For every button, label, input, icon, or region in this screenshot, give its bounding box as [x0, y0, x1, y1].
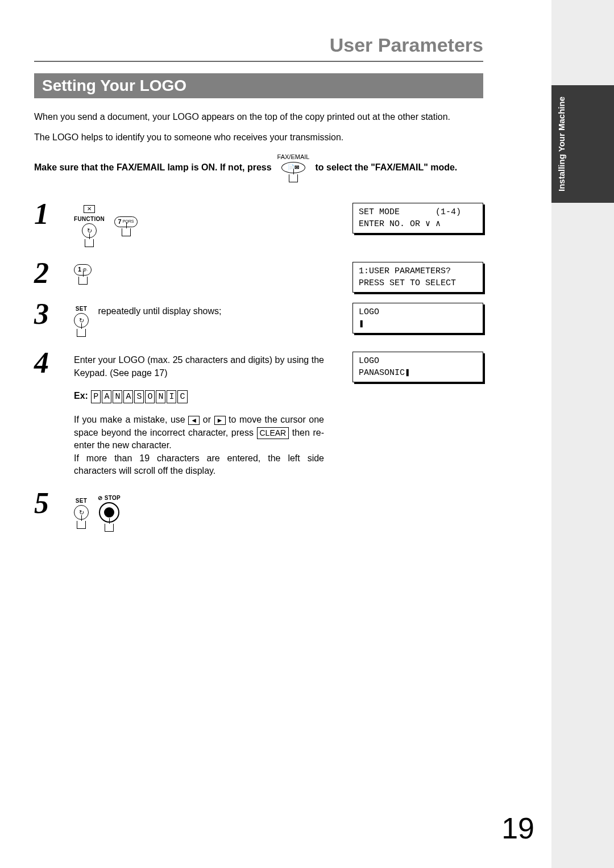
mistake-text-a: If you make a mistake, use [74, 415, 188, 424]
example-char: N [156, 390, 165, 403]
step-5: 5 SET ↻ ⊘ STOP [34, 489, 483, 532]
intro-paragraph-2: The LOGO helps to identify you to someon… [34, 131, 483, 144]
step-number: 1 [34, 199, 74, 229]
example-char: C [177, 390, 187, 403]
keypad-1-icon: 1@. [74, 264, 92, 284]
example-characters: PANASONIC [90, 391, 188, 400]
stop-button-icon: ⊘ STOP [98, 494, 121, 532]
left-arrow-icon: ◄ [188, 416, 200, 425]
example-char: A [102, 390, 111, 403]
step-1: 1 ✕ FUNCTION ↻ 7PQRS SET MODE (1-4) ENTE… [34, 199, 483, 247]
example-char: S [134, 390, 144, 403]
clear-button-label: CLEAR [257, 427, 289, 440]
page-number: 19 [501, 811, 534, 845]
lcd-display-4: LOGO PANASONIC❚ [352, 352, 483, 382]
step-number: 2 [34, 258, 74, 288]
section-heading: Setting Your LOGO [34, 73, 483, 98]
step-number: 3 [34, 299, 74, 329]
right-arrow-icon: ► [214, 416, 226, 425]
example-char: A [123, 390, 133, 403]
lcd-display-1: SET MODE (1-4) ENTER NO. OR ∨ ∧ [352, 203, 483, 233]
lcd-display-2: 1:USER PARAMETERS? PRESS SET TO SELECT [352, 262, 483, 293]
mistake-text-b: or [203, 415, 214, 424]
example-char: P [91, 390, 101, 403]
set-button-icon: SET ↻ [74, 305, 89, 337]
mode-prefix: Make sure that the FAX/EMAIL lamp is ON.… [34, 160, 272, 175]
fax-email-button-icon: FAX/EMAIL 📄✉ [277, 152, 310, 183]
intro-paragraph-1: When you send a document, your LOGO appe… [34, 111, 483, 123]
example-char: N [113, 390, 122, 403]
example-char: O [145, 390, 155, 403]
fax-email-label: FAX/EMAIL [277, 152, 310, 162]
mode-suffix: to select the "FAX/EMAIL" mode. [315, 160, 457, 175]
function-button-icon: ✕ FUNCTION ↻ [74, 205, 105, 247]
example-char: I [167, 390, 176, 403]
step-4: 4 Enter your LOGO (max. 25 characters an… [34, 348, 483, 477]
page-header-title: User Parameters [34, 34, 483, 62]
step-3-text: repeatedly until display shows; [98, 306, 221, 316]
step-4-body: Enter your LOGO (max. 25 characters and … [74, 354, 324, 379]
lcd-display-3: LOGO ❚ [352, 303, 483, 333]
set-button-icon: SET ↻ [74, 497, 89, 529]
mistake-text-p2: If more than 19 characters are entered, … [74, 452, 324, 478]
example-label: Ex: [74, 391, 88, 400]
step-3: 3 SET ↻ repeatedly until display shows; … [34, 299, 483, 337]
sidebar-tab: Installing Your Machine [551, 85, 614, 203]
step-number: 4 [34, 348, 74, 378]
mode-instruction: Make sure that the FAX/EMAIL lamp is ON.… [34, 152, 483, 183]
step-2: 2 1@. 1:USER PARAMETERS? PRESS SET TO SE… [34, 258, 483, 288]
step-number: 5 [34, 489, 74, 518]
sidebar-tab-label: Installing Your Machine [551, 85, 572, 203]
keypad-7-icon: 7PQRS [114, 216, 138, 236]
